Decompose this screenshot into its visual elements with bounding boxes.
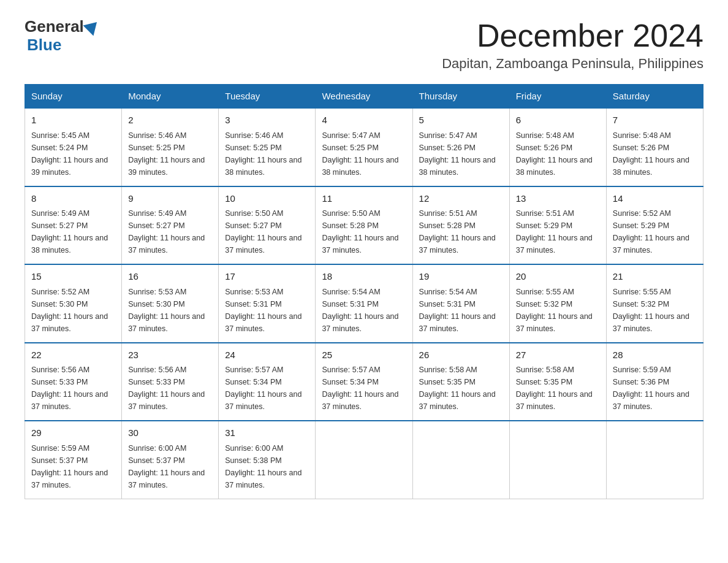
calendar-day-cell: 30 Sunrise: 6:00 AMSunset: 5:37 PMDaylig… [122, 421, 219, 499]
day-number: 28 [613, 348, 697, 362]
day-number: 31 [225, 426, 309, 440]
day-number: 6 [516, 113, 600, 128]
day-number: 18 [322, 270, 406, 284]
day-number: 3 [225, 113, 309, 128]
calendar-day-cell: 23 Sunrise: 5:56 AMSunset: 5:33 PMDaylig… [122, 343, 219, 421]
day-info: Sunrise: 5:57 AMSunset: 5:34 PMDaylight:… [225, 364, 309, 413]
day-info: Sunrise: 5:55 AMSunset: 5:32 PMDaylight:… [613, 286, 697, 335]
logo-general-text: General [25, 18, 84, 34]
day-number: 5 [419, 113, 503, 128]
day-number: 30 [128, 426, 212, 440]
day-number: 14 [613, 192, 697, 206]
calendar-day-cell: 1 Sunrise: 5:45 AMSunset: 5:24 PMDayligh… [25, 108, 122, 186]
calendar-day-cell: 11 Sunrise: 5:50 AMSunset: 5:28 PMDaylig… [316, 186, 412, 265]
calendar-day-cell: 17 Sunrise: 5:53 AMSunset: 5:31 PMDaylig… [219, 264, 316, 343]
day-info: Sunrise: 5:47 AMSunset: 5:26 PMDaylight:… [419, 129, 503, 178]
calendar-day-cell: 18 Sunrise: 5:54 AMSunset: 5:31 PMDaylig… [316, 264, 412, 343]
calendar-day-cell: 5 Sunrise: 5:47 AMSunset: 5:26 PMDayligh… [412, 108, 509, 186]
day-number: 17 [225, 270, 309, 284]
calendar-day-cell: 14 Sunrise: 5:52 AMSunset: 5:29 PMDaylig… [606, 186, 703, 265]
calendar-day-cell: 26 Sunrise: 5:58 AMSunset: 5:35 PMDaylig… [412, 343, 509, 421]
calendar-day-cell: 13 Sunrise: 5:51 AMSunset: 5:29 PMDaylig… [509, 186, 606, 265]
day-number: 23 [128, 348, 212, 362]
calendar-day-cell: 27 Sunrise: 5:58 AMSunset: 5:35 PMDaylig… [509, 343, 606, 421]
day-number: 8 [31, 192, 115, 206]
logo-triangle-icon [83, 17, 102, 36]
day-number: 27 [516, 348, 600, 362]
weekday-header-friday: Friday [509, 85, 606, 109]
calendar-day-cell: 3 Sunrise: 5:46 AMSunset: 5:25 PMDayligh… [219, 108, 316, 186]
logo-blue-text: Blue [27, 36, 61, 55]
day-info: Sunrise: 5:58 AMSunset: 5:35 PMDaylight:… [419, 364, 503, 413]
calendar-day-cell: 25 Sunrise: 5:57 AMSunset: 5:34 PMDaylig… [316, 343, 412, 421]
day-info: Sunrise: 5:50 AMSunset: 5:28 PMDaylight:… [322, 207, 406, 256]
day-number: 24 [225, 348, 309, 362]
day-info: Sunrise: 5:54 AMSunset: 5:31 PMDaylight:… [419, 286, 503, 335]
calendar-day-cell: 4 Sunrise: 5:47 AMSunset: 5:25 PMDayligh… [316, 108, 412, 186]
day-info: Sunrise: 5:54 AMSunset: 5:31 PMDaylight:… [322, 286, 406, 335]
calendar-day-cell: 8 Sunrise: 5:49 AMSunset: 5:27 PMDayligh… [25, 186, 122, 265]
day-info: Sunrise: 5:50 AMSunset: 5:27 PMDaylight:… [225, 207, 309, 256]
calendar-day-cell: 20 Sunrise: 5:55 AMSunset: 5:32 PMDaylig… [509, 264, 606, 343]
calendar-day-cell: 10 Sunrise: 5:50 AMSunset: 5:27 PMDaylig… [219, 186, 316, 265]
day-number: 1 [31, 113, 115, 128]
day-info: Sunrise: 5:56 AMSunset: 5:33 PMDaylight:… [31, 364, 115, 413]
day-info: Sunrise: 5:51 AMSunset: 5:29 PMDaylight:… [516, 207, 600, 256]
day-info: Sunrise: 5:52 AMSunset: 5:29 PMDaylight:… [613, 207, 697, 256]
day-number: 11 [322, 192, 406, 206]
calendar-week-row: 22 Sunrise: 5:56 AMSunset: 5:33 PMDaylig… [25, 343, 703, 421]
calendar-day-cell: 21 Sunrise: 5:55 AMSunset: 5:32 PMDaylig… [606, 264, 703, 343]
day-info: Sunrise: 5:59 AMSunset: 5:37 PMDaylight:… [31, 442, 115, 491]
calendar-empty-cell [509, 421, 606, 499]
day-number: 22 [31, 348, 115, 362]
calendar-day-cell: 9 Sunrise: 5:49 AMSunset: 5:27 PMDayligh… [122, 186, 219, 265]
calendar-week-row: 1 Sunrise: 5:45 AMSunset: 5:24 PMDayligh… [25, 108, 703, 186]
day-info: Sunrise: 5:59 AMSunset: 5:36 PMDaylight:… [613, 364, 697, 413]
day-number: 10 [225, 192, 309, 206]
weekday-header-wednesday: Wednesday [316, 85, 412, 109]
day-number: 7 [613, 113, 697, 128]
calendar-day-cell: 2 Sunrise: 5:46 AMSunset: 5:25 PMDayligh… [122, 108, 219, 186]
day-number: 19 [419, 270, 503, 284]
day-number: 21 [613, 270, 697, 284]
calendar-day-cell: 6 Sunrise: 5:48 AMSunset: 5:26 PMDayligh… [509, 108, 606, 186]
calendar-day-cell: 7 Sunrise: 5:48 AMSunset: 5:26 PMDayligh… [606, 108, 703, 186]
calendar-day-cell: 12 Sunrise: 5:51 AMSunset: 5:28 PMDaylig… [412, 186, 509, 265]
day-info: Sunrise: 5:53 AMSunset: 5:31 PMDaylight:… [225, 286, 309, 335]
weekday-header-sunday: Sunday [25, 85, 122, 109]
calendar-table: SundayMondayTuesdayWednesdayThursdayFrid… [25, 84, 703, 499]
calendar-day-cell: 16 Sunrise: 5:53 AMSunset: 5:30 PMDaylig… [122, 264, 219, 343]
day-info: Sunrise: 5:51 AMSunset: 5:28 PMDaylight:… [419, 207, 503, 256]
day-info: Sunrise: 5:49 AMSunset: 5:27 PMDaylight:… [128, 207, 212, 256]
weekday-header-tuesday: Tuesday [219, 85, 316, 109]
weekday-header-row: SundayMondayTuesdayWednesdayThursdayFrid… [25, 85, 703, 109]
day-number: 16 [128, 270, 212, 284]
calendar-day-cell: 22 Sunrise: 5:56 AMSunset: 5:33 PMDaylig… [25, 343, 122, 421]
day-number: 4 [322, 113, 406, 128]
day-number: 9 [128, 192, 212, 206]
logo: General Blue [25, 18, 101, 55]
calendar-day-cell: 24 Sunrise: 5:57 AMSunset: 5:34 PMDaylig… [219, 343, 316, 421]
day-info: Sunrise: 5:46 AMSunset: 5:25 PMDaylight:… [225, 129, 309, 178]
calendar-day-cell: 28 Sunrise: 5:59 AMSunset: 5:36 PMDaylig… [606, 343, 703, 421]
day-number: 2 [128, 113, 212, 128]
day-number: 26 [419, 348, 503, 362]
calendar-empty-cell [606, 421, 703, 499]
title-area: December 2024 Dapitan, Zamboanga Peninsu… [442, 18, 703, 72]
day-info: Sunrise: 5:58 AMSunset: 5:35 PMDaylight:… [516, 364, 600, 413]
day-info: Sunrise: 5:56 AMSunset: 5:33 PMDaylight:… [128, 364, 212, 413]
weekday-header-saturday: Saturday [606, 85, 703, 109]
calendar-week-row: 15 Sunrise: 5:52 AMSunset: 5:30 PMDaylig… [25, 264, 703, 343]
day-number: 12 [419, 192, 503, 206]
day-info: Sunrise: 5:53 AMSunset: 5:30 PMDaylight:… [128, 286, 212, 335]
day-info: Sunrise: 5:48 AMSunset: 5:26 PMDaylight:… [516, 129, 600, 178]
day-info: Sunrise: 5:46 AMSunset: 5:25 PMDaylight:… [128, 129, 212, 178]
calendar-empty-cell [412, 421, 509, 499]
day-info: Sunrise: 5:57 AMSunset: 5:34 PMDaylight:… [322, 364, 406, 413]
page-header: General Blue December 2024 Dapitan, Zamb… [25, 18, 703, 72]
day-info: Sunrise: 5:45 AMSunset: 5:24 PMDaylight:… [31, 129, 115, 178]
day-info: Sunrise: 6:00 AMSunset: 5:37 PMDaylight:… [128, 442, 212, 491]
location-title: Dapitan, Zamboanga Peninsula, Philippine… [442, 56, 703, 72]
day-info: Sunrise: 5:48 AMSunset: 5:26 PMDaylight:… [613, 129, 697, 178]
calendar-week-row: 8 Sunrise: 5:49 AMSunset: 5:27 PMDayligh… [25, 186, 703, 265]
